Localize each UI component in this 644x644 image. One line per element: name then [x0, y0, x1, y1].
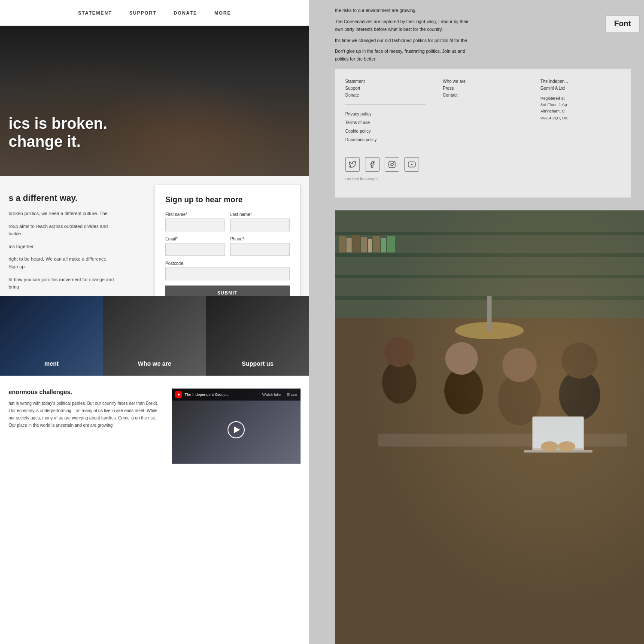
first-name-label: First name* [165, 212, 225, 217]
signup-text-4: right to be heard. We can all make a dif… [9, 255, 116, 270]
footer-terms-of-use[interactable]: Terms of use [345, 120, 425, 125]
form-title: Sign up to hear more [165, 195, 290, 204]
hero-title-line1: ics is broken. [9, 115, 107, 132]
email-label: Email* [165, 237, 225, 241]
youtube-logo [175, 391, 182, 398]
hero-title-line2: change it. [9, 133, 107, 150]
play-triangle-icon [234, 426, 240, 433]
right-photo-overlay [335, 210, 644, 644]
footer-link-who-we-are[interactable]: Who we are [443, 79, 523, 84]
card-who-we-are[interactable]: Who we are [103, 296, 206, 376]
postcode-label: Postcode [165, 261, 290, 266]
card-label-3: Support us [206, 360, 309, 367]
nav-support[interactable]: SUPPORT [129, 10, 157, 15]
last-name-group: Last name* [230, 212, 290, 231]
card-label-2: Who we are [103, 360, 206, 367]
video-bar: The Independent Group... Watch later Sha… [172, 389, 301, 401]
footer-columns: Statement Support Donate Privacy policy … [345, 79, 621, 144]
hero-overlay [0, 26, 309, 176]
phone-group: Phone* [230, 237, 290, 256]
svg-point-7 [391, 163, 393, 166]
signup-text-3: ms together. [9, 243, 116, 251]
footer-privacy-policy[interactable]: Privacy policy [345, 112, 425, 116]
text-para-2: The Conservatives are captured by their … [335, 18, 631, 33]
text-para-4: Don't give up in the face of messy, frus… [335, 48, 631, 63]
footer-link-statement[interactable]: Statement [345, 79, 425, 84]
first-name-group: First name* [165, 212, 225, 231]
hero-text: ics is broken. change it. [9, 115, 107, 150]
card-label-1: ment [0, 360, 103, 367]
nav-donate[interactable]: DONATE [174, 10, 197, 15]
video-play-button[interactable] [228, 421, 245, 438]
text-box-top: the risks to our environment are growing… [335, 0, 631, 69]
text-para-3: It's time we changed our old fashioned p… [335, 37, 631, 45]
footer-social-icons [345, 157, 621, 172]
footer-col-3: The Indepen... Gemini A Ltd Registered a… [541, 79, 621, 144]
signup-text-1: broken politics, we need a different cul… [9, 210, 116, 218]
video-actions: Watch later Share [262, 392, 297, 397]
video-title: The Independent Group... [185, 392, 229, 397]
footer-col-1: Statement Support Donate Privacy policy … [345, 79, 425, 144]
right-photo [335, 210, 644, 644]
footer-cookie-policy[interactable]: Cookie policy [345, 129, 425, 134]
share-action[interactable]: Share [287, 392, 297, 397]
challenges-text: hat is wrong with today's political part… [9, 400, 163, 429]
footer-link-support[interactable]: Support [345, 86, 425, 91]
footer-divider-1 [345, 104, 425, 105]
signup-heading: s a different way. [9, 193, 116, 203]
last-name-input[interactable] [230, 219, 290, 231]
footer-donations-policy[interactable]: Donations policy [345, 137, 425, 142]
footer-link-contact[interactable]: Contact [443, 93, 523, 97]
svg-rect-6 [389, 161, 395, 168]
card-support-us[interactable]: Support us [206, 296, 309, 376]
footer-facebook-icon[interactable] [365, 157, 380, 172]
footer-link-press[interactable]: Press [443, 86, 523, 91]
footer-instagram-icon[interactable] [385, 157, 399, 172]
svg-marker-9 [411, 164, 413, 166]
first-name-input[interactable] [165, 219, 225, 231]
footer-link-donate[interactable]: Donate [345, 93, 425, 97]
signup-text-2: roup aims to reach across outdated divid… [9, 223, 116, 238]
footer-col-2: Who we are Press Contact [443, 79, 523, 144]
right-panel: Font the risks to our environment are gr… [322, 0, 644, 644]
challenges-left: enormous challenges. hat is wrong with t… [9, 389, 163, 464]
last-name-label: Last name* [230, 212, 290, 217]
challenges-heading: enormous challenges. [9, 389, 163, 395]
challenges-section: enormous challenges. hat is wrong with t… [0, 376, 309, 477]
cards-section: ment Who we are Support us [0, 296, 309, 376]
video-thumbnail[interactable]: The Independent Group... Watch later Sha… [172, 389, 301, 464]
footer-youtube-icon[interactable] [404, 157, 419, 172]
svg-marker-5 [178, 393, 180, 396]
phone-label: Phone* [230, 237, 290, 241]
signup-section: s a different way. broken politics, we n… [0, 176, 309, 296]
postcode-group: Postcode [165, 261, 290, 280]
card-statement[interactable]: ment [0, 296, 103, 376]
watch-later-action[interactable]: Watch later [262, 392, 282, 397]
footer-address: Registered at3rd Floor, 1 ApAltrincham, … [541, 95, 621, 121]
phone-input[interactable] [230, 243, 290, 256]
text-content-top: the risks to our environment are growing… [335, 7, 631, 63]
signup-text-5: ht how you can join this movement for ch… [9, 276, 116, 291]
postcode-input[interactable] [165, 267, 290, 280]
text-para-1: the risks to our environment are growing… [335, 7, 631, 15]
navigation: STATEMENT SUPPORT DONATE MORE [0, 0, 309, 26]
footer-policy-links: Privacy policy Terms of use Cookie polic… [345, 112, 425, 144]
form-contact-row: Email* Phone* [165, 237, 290, 256]
hero-section: ics is broken. change it. [0, 26, 309, 176]
form-name-row: First name* Last name* [165, 212, 290, 231]
main-website-panel: STATEMENT SUPPORT DONATE MORE ics is bro… [0, 0, 309, 644]
email-group: Email* [165, 237, 225, 256]
created-by: Created by Seraph [345, 177, 621, 181]
svg-point-8 [393, 162, 394, 163]
footer-gemini-link[interactable]: Gemini A Ltd [541, 86, 621, 91]
footer-col3-title: The Indepen... [541, 79, 621, 84]
footer-twitter-icon[interactable] [345, 157, 360, 172]
footer-box: Statement Support Donate Privacy policy … [335, 69, 631, 197]
email-input[interactable] [165, 243, 225, 256]
nav-more[interactable]: MORE [214, 10, 231, 15]
nav-statement[interactable]: STATEMENT [78, 10, 112, 15]
